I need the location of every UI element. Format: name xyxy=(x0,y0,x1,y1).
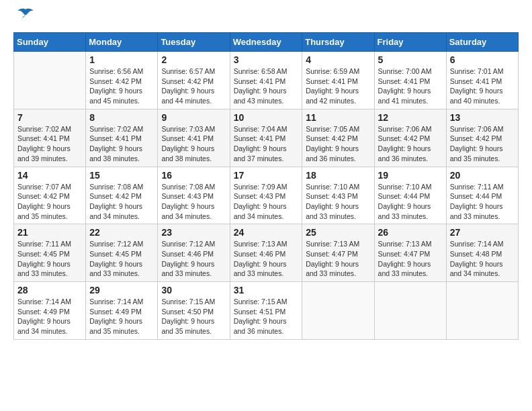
day-number: 19 xyxy=(378,170,443,181)
day-info: Sunrise: 7:15 AMSunset: 4:51 PMDaylight:… xyxy=(234,297,299,336)
calendar-cell: 2Sunrise: 6:57 AMSunset: 4:42 PMDaylight… xyxy=(158,52,230,109)
weekday-header-thursday: Thursday xyxy=(302,33,374,52)
day-number: 26 xyxy=(378,227,443,238)
day-number: 17 xyxy=(234,170,299,181)
calendar-cell: 28Sunrise: 7:14 AMSunset: 4:49 PMDayligh… xyxy=(14,282,86,340)
day-number: 2 xyxy=(161,54,226,65)
calendar-week-row: 21Sunrise: 7:11 AMSunset: 4:45 PMDayligh… xyxy=(14,224,519,282)
day-info: Sunrise: 7:13 AMSunset: 4:47 PMDaylight:… xyxy=(306,239,370,279)
day-number: 29 xyxy=(89,285,154,295)
day-info: Sunrise: 6:58 AMSunset: 4:41 PMDaylight:… xyxy=(234,66,299,106)
day-number: 28 xyxy=(17,285,82,295)
calendar-cell: 22Sunrise: 7:12 AMSunset: 4:45 PMDayligh… xyxy=(86,224,158,282)
day-number: 21 xyxy=(17,227,82,238)
calendar-cell: 14Sunrise: 7:07 AMSunset: 4:42 PMDayligh… xyxy=(14,167,86,224)
calendar-week-row: 14Sunrise: 7:07 AMSunset: 4:42 PMDayligh… xyxy=(14,167,519,224)
day-info: Sunrise: 7:03 AMSunset: 4:41 PMDaylight:… xyxy=(161,124,226,164)
calendar-cell: 27Sunrise: 7:14 AMSunset: 4:48 PMDayligh… xyxy=(446,224,518,282)
calendar-cell: 4Sunrise: 6:59 AMSunset: 4:41 PMDaylight… xyxy=(302,52,374,109)
day-info: Sunrise: 7:06 AMSunset: 4:42 PMDaylight:… xyxy=(450,124,515,164)
calendar-cell: 17Sunrise: 7:09 AMSunset: 4:43 PMDayligh… xyxy=(230,167,302,224)
day-number: 12 xyxy=(378,112,443,123)
day-number: 9 xyxy=(161,112,226,123)
day-info: Sunrise: 6:57 AMSunset: 4:42 PMDaylight:… xyxy=(161,66,226,106)
day-number: 27 xyxy=(450,227,515,238)
day-number: 7 xyxy=(17,112,82,123)
calendar-cell: 19Sunrise: 7:10 AMSunset: 4:44 PMDayligh… xyxy=(374,167,446,224)
calendar-cell: 6Sunrise: 7:01 AMSunset: 4:41 PMDaylight… xyxy=(446,52,518,109)
day-number: 3 xyxy=(234,54,299,65)
day-number: 20 xyxy=(450,170,515,181)
day-info: Sunrise: 7:04 AMSunset: 4:41 PMDaylight:… xyxy=(234,124,299,164)
day-number: 25 xyxy=(306,227,370,238)
logo xyxy=(13,13,35,26)
calendar-cell: 1Sunrise: 6:56 AMSunset: 4:42 PMDaylight… xyxy=(86,52,158,109)
day-number: 11 xyxy=(306,112,370,123)
calendar-cell: 20Sunrise: 7:11 AMSunset: 4:44 PMDayligh… xyxy=(446,167,518,224)
day-info: Sunrise: 7:11 AMSunset: 4:45 PMDaylight:… xyxy=(17,239,82,279)
calendar-cell: 10Sunrise: 7:04 AMSunset: 4:41 PMDayligh… xyxy=(230,109,302,167)
logo-bird-icon xyxy=(16,8,35,26)
calendar-cell: 12Sunrise: 7:06 AMSunset: 4:42 PMDayligh… xyxy=(374,109,446,167)
day-number: 10 xyxy=(234,112,299,123)
day-info: Sunrise: 7:00 AMSunset: 4:41 PMDaylight:… xyxy=(378,66,443,106)
day-info: Sunrise: 7:01 AMSunset: 4:41 PMDaylight:… xyxy=(450,66,515,106)
calendar-cell: 15Sunrise: 7:08 AMSunset: 4:42 PMDayligh… xyxy=(86,167,158,224)
day-info: Sunrise: 7:08 AMSunset: 4:43 PMDaylight:… xyxy=(161,182,226,222)
calendar-cell: 5Sunrise: 7:00 AMSunset: 4:41 PMDaylight… xyxy=(374,52,446,109)
day-info: Sunrise: 7:10 AMSunset: 4:44 PMDaylight:… xyxy=(378,182,443,222)
calendar-cell xyxy=(446,282,518,340)
weekday-header-sunday: Sunday xyxy=(14,33,86,52)
calendar-cell: 26Sunrise: 7:13 AMSunset: 4:47 PMDayligh… xyxy=(374,224,446,282)
calendar-cell xyxy=(14,52,86,109)
calendar-cell: 7Sunrise: 7:02 AMSunset: 4:41 PMDaylight… xyxy=(14,109,86,167)
day-info: Sunrise: 7:08 AMSunset: 4:42 PMDaylight:… xyxy=(89,182,154,222)
day-number: 6 xyxy=(450,54,515,65)
day-number: 5 xyxy=(378,54,443,65)
weekday-header-friday: Friday xyxy=(374,33,446,52)
calendar-cell: 23Sunrise: 7:12 AMSunset: 4:46 PMDayligh… xyxy=(158,224,230,282)
calendar-week-row: 1Sunrise: 6:56 AMSunset: 4:42 PMDaylight… xyxy=(14,52,519,109)
day-info: Sunrise: 7:02 AMSunset: 4:41 PMDaylight:… xyxy=(17,124,82,164)
weekday-header-wednesday: Wednesday xyxy=(230,33,302,52)
calendar-table: SundayMondayTuesdayWednesdayThursdayFrid… xyxy=(13,32,519,340)
weekday-header-tuesday: Tuesday xyxy=(158,33,230,52)
day-info: Sunrise: 7:15 AMSunset: 4:50 PMDaylight:… xyxy=(161,297,226,336)
calendar-cell: 8Sunrise: 7:02 AMSunset: 4:41 PMDaylight… xyxy=(86,109,158,167)
day-number: 22 xyxy=(89,227,154,238)
calendar-cell: 24Sunrise: 7:13 AMSunset: 4:46 PMDayligh… xyxy=(230,224,302,282)
day-number: 23 xyxy=(161,227,226,238)
calendar-cell xyxy=(374,282,446,340)
day-number: 1 xyxy=(89,54,154,65)
day-info: Sunrise: 6:59 AMSunset: 4:41 PMDaylight:… xyxy=(306,66,370,106)
weekday-header-monday: Monday xyxy=(86,33,158,52)
day-info: Sunrise: 7:02 AMSunset: 4:41 PMDaylight:… xyxy=(89,124,154,164)
calendar-week-row: 7Sunrise: 7:02 AMSunset: 4:41 PMDaylight… xyxy=(14,109,519,167)
page-header xyxy=(13,13,519,26)
day-info: Sunrise: 7:07 AMSunset: 4:42 PMDaylight:… xyxy=(17,182,82,222)
day-number: 4 xyxy=(306,54,370,65)
calendar-cell: 16Sunrise: 7:08 AMSunset: 4:43 PMDayligh… xyxy=(158,167,230,224)
calendar-cell: 30Sunrise: 7:15 AMSunset: 4:50 PMDayligh… xyxy=(158,282,230,340)
weekday-header-row: SundayMondayTuesdayWednesdayThursdayFrid… xyxy=(14,33,519,52)
day-info: Sunrise: 6:56 AMSunset: 4:42 PMDaylight:… xyxy=(89,66,154,106)
day-number: 15 xyxy=(89,170,154,181)
day-number: 16 xyxy=(161,170,226,181)
day-info: Sunrise: 7:12 AMSunset: 4:46 PMDaylight:… xyxy=(161,239,226,279)
day-info: Sunrise: 7:12 AMSunset: 4:45 PMDaylight:… xyxy=(89,239,154,279)
calendar-cell: 9Sunrise: 7:03 AMSunset: 4:41 PMDaylight… xyxy=(158,109,230,167)
day-number: 30 xyxy=(161,285,226,295)
day-number: 14 xyxy=(17,170,82,181)
day-info: Sunrise: 7:14 AMSunset: 4:48 PMDaylight:… xyxy=(450,239,515,279)
calendar-cell: 25Sunrise: 7:13 AMSunset: 4:47 PMDayligh… xyxy=(302,224,374,282)
day-number: 31 xyxy=(234,285,299,295)
calendar-cell: 29Sunrise: 7:14 AMSunset: 4:49 PMDayligh… xyxy=(86,282,158,340)
calendar-cell: 21Sunrise: 7:11 AMSunset: 4:45 PMDayligh… xyxy=(14,224,86,282)
day-info: Sunrise: 7:13 AMSunset: 4:46 PMDaylight:… xyxy=(234,239,299,279)
day-info: Sunrise: 7:14 AMSunset: 4:49 PMDaylight:… xyxy=(89,297,154,336)
day-number: 13 xyxy=(450,112,515,123)
day-info: Sunrise: 7:11 AMSunset: 4:44 PMDaylight:… xyxy=(450,182,515,222)
calendar-cell: 3Sunrise: 6:58 AMSunset: 4:41 PMDaylight… xyxy=(230,52,302,109)
calendar-cell xyxy=(302,282,374,340)
calendar-cell: 13Sunrise: 7:06 AMSunset: 4:42 PMDayligh… xyxy=(446,109,518,167)
